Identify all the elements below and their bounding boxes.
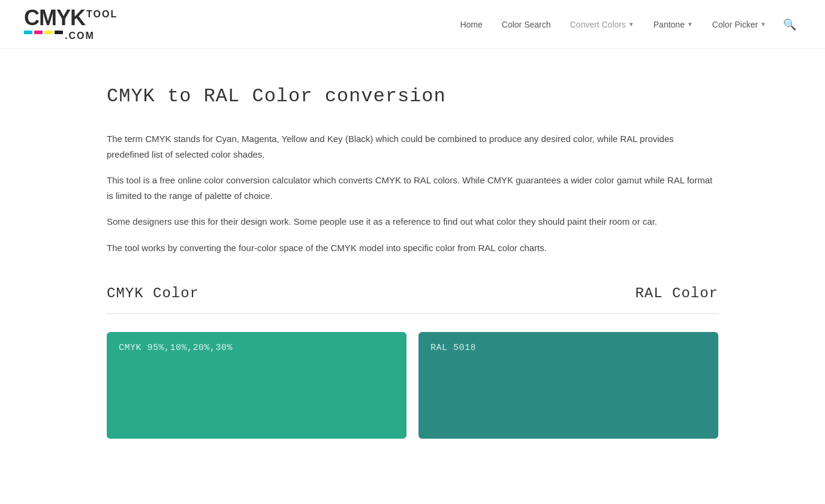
logo-com: .COM: [65, 31, 95, 41]
logo-dots: .COM: [24, 31, 118, 41]
search-button[interactable]: 🔍: [778, 13, 801, 36]
dot-cyan: [24, 31, 32, 34]
ral-swatch: RAL 5018: [418, 332, 718, 439]
nav-home[interactable]: Home: [453, 15, 489, 34]
section-divider: [107, 313, 718, 314]
color-swatches: CMYK 95%,10%,20%,30% RAL 5018: [107, 332, 718, 439]
cmyk-swatch: CMYK 95%,10%,20%,30%: [107, 332, 407, 439]
main-nav: Home Color Search Convert Colors ▼ Panto…: [453, 13, 801, 36]
nav-color-picker[interactable]: Color Picker ▼: [705, 15, 773, 34]
description-2: This tool is a free online color convers…: [107, 173, 718, 203]
description-4: The tool works by converting the four-co…: [107, 240, 718, 256]
main-content: CMYK to RAL Color conversion The term CM…: [83, 49, 742, 463]
nav-convert-colors[interactable]: Convert Colors ▼: [562, 15, 641, 34]
ral-swatch-label: RAL 5018: [430, 343, 476, 353]
color-sections: CMYK Color RAL Color CMYK 95%,10%,20%,30…: [107, 285, 718, 439]
logo-tool: TOOL: [86, 7, 118, 19]
dot-black: [55, 31, 63, 34]
pantone-chevron: ▼: [687, 21, 693, 28]
cmyk-color-label: CMYK Color: [107, 285, 199, 301]
description-3: Some designers use this for their design…: [107, 214, 718, 230]
description-1: The term CMYK stands for Cyan, Magenta, …: [107, 131, 718, 162]
color-picker-chevron: ▼: [760, 21, 766, 28]
site-header: CMYK TOOL .COM Home Color Search Convert…: [0, 0, 825, 49]
nav-pantone[interactable]: Pantone ▼: [646, 15, 700, 34]
color-labels: CMYK Color RAL Color: [107, 285, 718, 301]
logo-cmyk: CMYK: [24, 7, 85, 29]
ral-color-label: RAL Color: [635, 285, 718, 301]
convert-colors-chevron: ▼: [628, 21, 634, 28]
nav-color-search[interactable]: Color Search: [495, 15, 558, 34]
dot-magenta: [34, 31, 43, 34]
page-title: CMYK to RAL Color conversion: [107, 85, 718, 107]
logo[interactable]: CMYK TOOL .COM: [24, 7, 118, 41]
dot-yellow: [44, 31, 53, 34]
cmyk-swatch-label: CMYK 95%,10%,20%,30%: [119, 343, 233, 353]
